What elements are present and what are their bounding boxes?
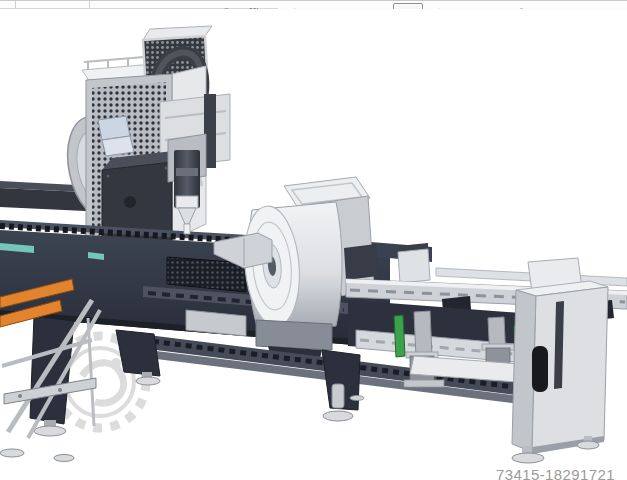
toolbar-divider [15, 1, 16, 8]
chuck-motor [344, 244, 378, 280]
application-window: ▼ ▼ ▼ ▼ ▼ [0, 0, 627, 480]
viewport-canvas[interactable] [0, 9, 627, 480]
stand-handle[interactable] [532, 346, 548, 392]
watermark-id-text: 73415-18291721 [496, 466, 615, 480]
ramp-feet [0, 449, 74, 462]
unloading-stand[interactable] [512, 281, 608, 463]
main-rotary-chuck[interactable] [240, 202, 342, 366]
graphics-viewport[interactable]: 73415-18291721 [0, 9, 627, 480]
toolbar-divider [89, 1, 90, 8]
nozzle-collar [176, 196, 198, 208]
